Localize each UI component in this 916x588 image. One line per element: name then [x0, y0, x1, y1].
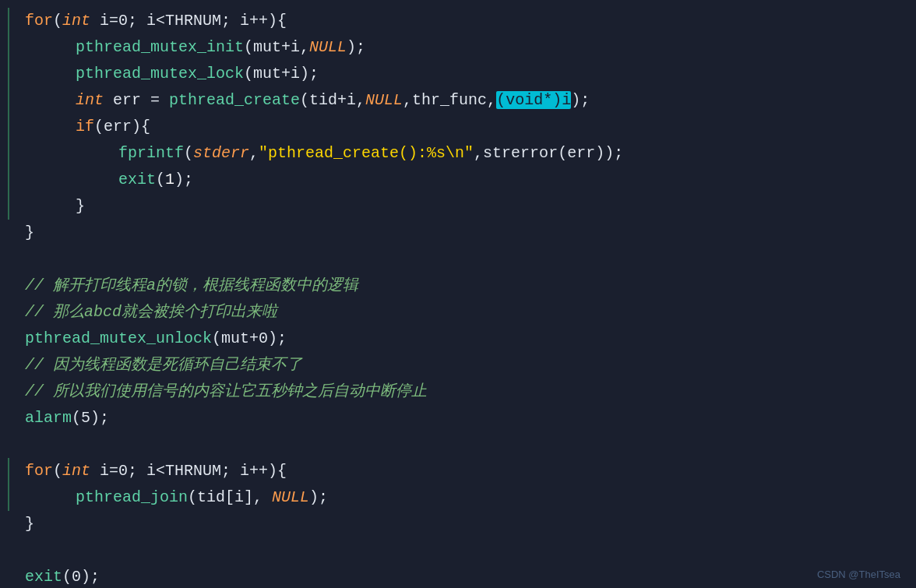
- code-line: for(int i=0; i<THRNUM; i++){: [0, 458, 916, 484]
- token-param: (5);: [72, 409, 109, 427]
- token-fn: exit: [118, 171, 156, 188]
- token-fn: pthread_mutex_unlock: [25, 329, 212, 347]
- gutter: [8, 167, 17, 193]
- token-param: (tid+i,: [300, 91, 365, 109]
- gutter: [8, 8, 17, 34]
- token-param: (err): [94, 118, 141, 136]
- code-content: pthread_join(tid[i], NULL);: [25, 484, 328, 511]
- gutter-empty: [8, 352, 17, 379]
- token-param: (0);: [62, 568, 100, 586]
- token-param: (: [184, 144, 193, 162]
- gutter: [8, 87, 17, 114]
- code-line: for(int i=0; i<THRNUM; i++){: [0, 8, 916, 34]
- token-null-kw: NULL: [309, 38, 347, 56]
- token-highlight-bg: (void*)i: [496, 91, 571, 109]
- code-line: }: [0, 511, 916, 537]
- code-line: int err = pthread_create(tid+i,NULL,thr_…: [0, 87, 916, 114]
- code-container: for(int i=0; i<THRNUM; i++){ pthread_mut…: [0, 0, 916, 588]
- code-content: exit(1);: [25, 167, 193, 193]
- token-param: (mut+i);: [244, 65, 319, 83]
- code-line: // 因为线程函数是死循环自己结束不了: [0, 352, 916, 379]
- token-punc: {: [277, 462, 287, 480]
- gutter-empty: [8, 326, 17, 352]
- token-param: i=0; i<THRNUM; i++): [90, 12, 277, 30]
- code-line: if(err){: [0, 114, 916, 140]
- code-content: fprintf(stderr,"pthread_create():%s\n",s…: [25, 140, 623, 167]
- token-fn: alarm: [25, 409, 72, 427]
- code-line: exit(0);: [0, 564, 916, 588]
- code-line: fprintf(stderr,"pthread_create():%s\n",s…: [0, 140, 916, 167]
- code-content: // 因为线程函数是死循环自己结束不了: [25, 352, 302, 379]
- token-kw-italic: int: [62, 12, 90, 30]
- token-param: (mut+0);: [212, 329, 287, 347]
- code-content: if(err){: [25, 114, 150, 140]
- token-param: );: [309, 488, 328, 506]
- token-fn: exit: [25, 568, 62, 586]
- token-kw-italic: int: [62, 462, 90, 480]
- code-content: for(int i=0; i<THRNUM; i++){: [25, 8, 287, 34]
- token-kw: for: [25, 12, 53, 30]
- code-content: }: [25, 511, 34, 537]
- token-str: "pthread_create():%s\n": [259, 144, 474, 162]
- watermark: CSDN @TheITsea: [817, 569, 900, 580]
- code-line: pthread_mutex_init(mut+i,NULL);: [0, 34, 916, 61]
- code-content: // 那么abcd就会被挨个打印出来啦: [25, 299, 277, 326]
- token-punc: }: [25, 224, 34, 241]
- gutter-empty: [8, 564, 17, 588]
- code-content: int err = pthread_create(tid+i,NULL,thr_…: [25, 87, 590, 114]
- token-kw-italic: stderr: [193, 144, 249, 162]
- token-punc: (: [53, 12, 62, 30]
- code-line: pthread_mutex_lock(mut+i);: [0, 61, 916, 87]
- code-line: [0, 246, 916, 273]
- gutter-empty: [8, 511, 17, 537]
- code-content: }: [25, 193, 85, 220]
- gutter: [8, 193, 17, 220]
- token-fn: pthread_join: [76, 488, 188, 506]
- token-param: ,strerror(err));: [474, 144, 623, 162]
- code-content: pthread_mutex_init(mut+i,NULL);: [25, 34, 365, 61]
- token-comment-zh: // 解开打印线程a的锁，根据线程函数中的逻辑: [25, 276, 358, 294]
- token-param: (: [156, 171, 165, 188]
- token-punc: }: [76, 197, 85, 215]
- token-kw: if: [76, 118, 94, 136]
- code-line: // 所以我们使用信号的内容让它五秒钟之后自动中断停止: [0, 379, 916, 405]
- code-line: pthread_join(tid[i], NULL);: [0, 484, 916, 511]
- token-comment-zh: // 因为线程函数是死循环自己结束不了: [25, 356, 302, 374]
- gutter: [8, 114, 17, 140]
- token-punc: (: [53, 462, 62, 480]
- token-param: ,: [249, 144, 259, 162]
- token-param: (mut+i,: [244, 38, 309, 56]
- code-line: [0, 431, 916, 458]
- token-fn: fprintf: [118, 144, 184, 162]
- token-param: ,thr_func,: [403, 91, 496, 109]
- code-line: // 那么abcd就会被挨个打印出来啦: [0, 299, 916, 326]
- token-fn: pthread_create: [169, 91, 300, 109]
- code-line: alarm(5);: [0, 405, 916, 431]
- gutter-empty: [8, 246, 17, 273]
- token-param: err =: [104, 91, 169, 109]
- gutter-empty: [8, 537, 17, 564]
- code-content: // 解开打印线程a的锁，根据线程函数中的逻辑: [25, 273, 358, 299]
- code-content: for(int i=0; i<THRNUM; i++){: [25, 458, 287, 484]
- code-line: }: [0, 193, 916, 220]
- gutter-empty: [8, 405, 17, 431]
- code-line: exit(1);: [0, 167, 916, 193]
- gutter-empty: [8, 431, 17, 458]
- code-line: // 解开打印线程a的锁，根据线程函数中的逻辑: [0, 273, 916, 299]
- token-null-kw: NULL: [272, 488, 309, 506]
- token-fn: pthread_mutex_lock: [76, 65, 244, 83]
- code-content: pthread_mutex_lock(mut+i);: [25, 61, 319, 87]
- gutter: [8, 484, 17, 511]
- token-param: );: [174, 171, 193, 188]
- token-kw-italic: int: [76, 91, 104, 109]
- gutter-empty: [8, 273, 17, 299]
- code-content: exit(0);: [25, 564, 100, 588]
- code-line: [0, 537, 916, 564]
- token-num: 1: [165, 171, 174, 188]
- token-punc: }: [25, 515, 34, 533]
- code-content: pthread_mutex_unlock(mut+0);: [25, 326, 287, 352]
- token-comment-zh: // 所以我们使用信号的内容让它五秒钟之后自动中断停止: [25, 382, 427, 400]
- gutter: [8, 34, 17, 61]
- token-comment-zh: // 那么abcd就会被挨个打印出来啦: [25, 303, 277, 321]
- gutter: [8, 140, 17, 167]
